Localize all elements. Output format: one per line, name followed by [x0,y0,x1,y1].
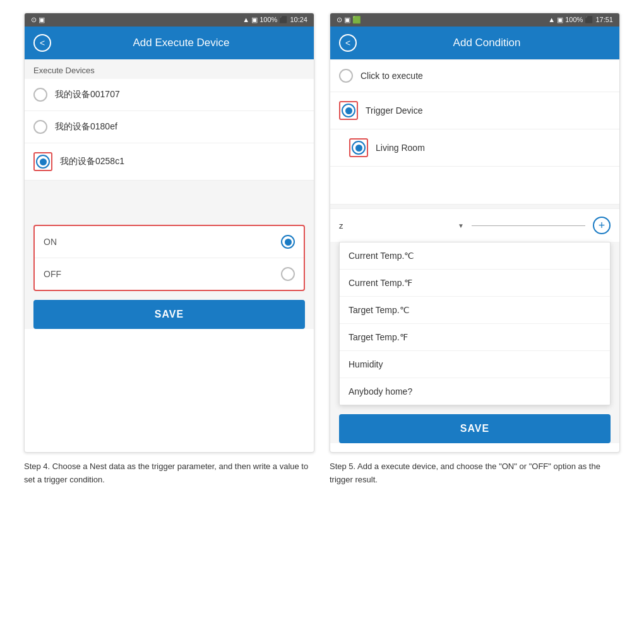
radio-wrapper-c2 [339,101,358,120]
status-bar-2: ⊙ ▣ 🟩 ▲ ▣ 100% ⬛ 17:51 [330,13,619,27]
device-label-1: 我的设备001707 [55,89,120,100]
radio-d1[interactable] [33,88,47,102]
dropdown-popup: Current Temp.℃ Current Temp.℉ Target Tem… [339,242,611,405]
back-button-1[interactable]: < [33,34,51,52]
status-right-2: ▲ ▣ 100% ⬛ 17:51 [548,16,613,24]
dropdown-line [472,225,585,226]
on-off-section: ON OFF [33,225,305,291]
header-title-1: Add Execute Device [57,37,305,49]
living-room-item[interactable]: Living Room [330,129,619,167]
dropdown-item-5[interactable]: Anybody home? [340,378,610,405]
header-bar-1: < Add Execute Device [25,27,314,59]
status-left-2: ⊙ ▣ 🟩 [337,16,361,24]
status-left-1: ⊙ ▣ [31,16,45,24]
click-to-execute-label: Click to execute [361,71,423,81]
dropdown-item-2[interactable]: Target Temp.℃ [340,297,610,324]
add-condition-plus-button[interactable]: + [593,217,611,234]
screen1-add-execute-device: ⊙ ▣ ▲ ▣ 100% ⬛ 10:24 < Add Execute Devic… [24,13,314,453]
header-bar-2: < Add Condition [330,27,619,59]
radio-d2[interactable] [33,120,47,134]
status-right-1: ▲ ▣ 100% ⬛ 10:24 [242,16,307,24]
radio-wrapper-d3 [33,152,52,171]
device-label-2: 我的设备0180ef [55,121,117,133]
trigger-device-item[interactable]: Trigger Device [330,92,619,129]
living-room-label: Living Room [376,143,425,153]
device-item-1[interactable]: 我的设备001707 [25,79,314,111]
radio-wrapper-living [349,138,368,157]
content-2: Click to execute Trigger Device Living R… [330,59,619,443]
dropdown-item-4[interactable]: Humidity [340,351,610,378]
spacer-1 [25,181,314,218]
radio-off[interactable] [281,267,295,281]
off-label: OFF [44,269,61,279]
click-to-execute-item[interactable]: Click to execute [330,59,619,92]
content-1: Execute Devices 我的设备001707 我的设备0180ef 我的… [25,59,314,329]
radio-c1[interactable] [339,69,353,83]
screen2-add-condition: ⊙ ▣ 🟩 ▲ ▣ 100% ⬛ 17:51 < Add Condition C… [330,13,620,453]
device-item-2[interactable]: 我的设备0180ef [25,111,314,143]
back-button-2[interactable]: < [339,34,357,52]
step4-desc: Step 4. Choose a Nest data as the trigge… [24,453,314,487]
header-title-2: Add Condition [363,37,611,49]
off-item[interactable]: OFF [35,258,304,290]
dropdown-row[interactable]: z ▼ + [330,208,619,242]
device-label-3: 我的设备0258c1 [60,156,124,167]
section-label-1: Execute Devices [25,59,314,79]
dropdown-arrow-icon: ▼ [458,222,464,229]
status-bar-1: ⊙ ▣ ▲ ▣ 100% ⬛ 10:24 [25,13,314,27]
empty-area [330,167,619,205]
radio-d3[interactable] [36,155,50,169]
on-item[interactable]: ON [35,226,304,258]
steps-container: Step 4. Choose a Nest data as the trigge… [13,453,631,487]
radio-on[interactable] [281,235,295,249]
save-button-2[interactable]: SAVE [339,414,611,443]
dropdown-item-0[interactable]: Current Temp.℃ [340,242,610,270]
radio-living[interactable] [352,141,366,155]
device-item-3[interactable]: 我的设备0258c1 [25,143,314,181]
trigger-device-label: Trigger Device [366,105,423,116]
step5-desc: Step 5. Add a execute device, and choose… [330,453,620,487]
dropdown-item-1[interactable]: Current Temp.℉ [340,270,610,297]
save-button-1[interactable]: SAVE [33,300,305,329]
dropdown-item-3[interactable]: Target Temp.℉ [340,324,610,351]
on-label: ON [44,237,57,247]
dropdown-value: z [339,221,453,230]
radio-c2[interactable] [342,104,355,117]
